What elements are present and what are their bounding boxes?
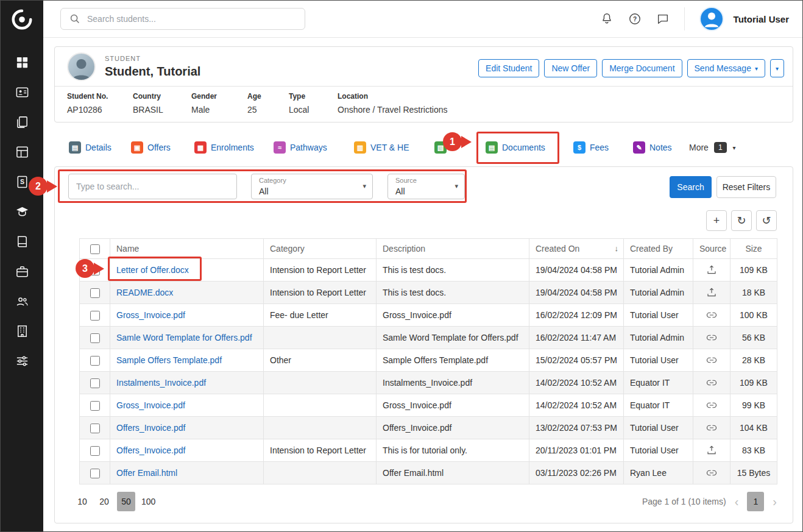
refresh-button[interactable]: ↻ xyxy=(731,210,752,231)
global-search[interactable] xyxy=(60,8,305,30)
help-icon[interactable]: ? xyxy=(628,12,642,26)
current-page[interactable]: 1 xyxy=(747,492,764,511)
tab-documents[interactable]: ▤Documents xyxy=(486,141,545,154)
merge-document-button[interactable]: Merge Document xyxy=(602,59,682,77)
building-icon[interactable] xyxy=(15,324,29,338)
contact-card-icon[interactable] xyxy=(15,85,29,99)
app-logo[interactable] xyxy=(1,1,43,38)
source-select[interactable]: Source All ▾ xyxy=(387,174,465,199)
svg-text:?: ? xyxy=(633,16,637,23)
document-link[interactable]: Offers_Invoice.pdf xyxy=(116,423,185,433)
new-offer-button[interactable]: New Offer xyxy=(544,59,597,77)
chevron-down-icon: ▾ xyxy=(455,182,458,190)
tab-pathways[interactable]: ≈Pathways xyxy=(274,141,327,154)
tab-offers[interactable]: ▣Offers xyxy=(131,141,171,154)
cell-created-by: Tutorial User xyxy=(624,439,693,462)
row-checkbox[interactable] xyxy=(90,288,100,298)
edit-student-button[interactable]: Edit Student xyxy=(478,59,539,77)
row-checkbox[interactable] xyxy=(90,333,100,343)
briefcase-icon[interactable] xyxy=(15,264,29,278)
send-message-button[interactable]: Send Message▾ xyxy=(687,59,765,77)
tab-details[interactable]: ▤Details xyxy=(69,141,111,154)
search-icon xyxy=(68,12,82,26)
document-link[interactable]: Offers_Invoice.pdf xyxy=(116,445,185,455)
row-checkbox[interactable] xyxy=(90,266,100,275)
dashboard-icon[interactable] xyxy=(15,55,29,69)
history-button[interactable]: ↺ xyxy=(756,210,777,231)
document-link[interactable]: Samle Word Template for Offers.pdf xyxy=(116,333,252,342)
row-checkbox[interactable] xyxy=(90,378,100,388)
search-students-input[interactable] xyxy=(87,14,297,24)
plus-icon: + xyxy=(713,215,720,227)
bell-icon[interactable] xyxy=(600,12,614,26)
chat-icon[interactable] xyxy=(656,12,670,26)
col-category[interactable]: Category xyxy=(264,239,377,259)
tab-enrolments[interactable]: ▦Enrolments xyxy=(194,141,254,154)
row-checkbox[interactable] xyxy=(90,469,100,478)
row-checkbox[interactable] xyxy=(90,424,100,433)
document-link[interactable]: Offer Email.html xyxy=(116,468,177,478)
link-icon xyxy=(706,422,717,432)
category-select[interactable]: Category All ▾ xyxy=(251,174,373,199)
col-created-on[interactable]: Created On↓ xyxy=(529,239,624,259)
add-document-button[interactable]: + xyxy=(706,210,727,231)
cell-size: 15 Bytes xyxy=(730,462,777,484)
student-file-icon[interactable]: S xyxy=(15,175,29,189)
col-name[interactable]: Name xyxy=(110,239,264,259)
page-summary: Page 1 of 1 (10 items) xyxy=(642,497,726,506)
tab-obscured[interactable]: ▧ xyxy=(434,141,451,154)
cell-category: Fee- due Letter xyxy=(264,304,377,327)
document-link[interactable]: Sample Offers Template.pdf xyxy=(116,355,222,365)
cell-created-by: Tutorial User xyxy=(624,349,693,372)
reset-filters-button[interactable]: Reset Filters xyxy=(716,176,776,198)
link-icon xyxy=(706,400,717,410)
people-icon[interactable] xyxy=(15,294,29,308)
cell-created-on: 19/04/2024 04:58 PM xyxy=(529,282,624,304)
page-size-50[interactable]: 50 xyxy=(117,492,135,511)
row-checkbox[interactable] xyxy=(90,446,100,456)
layout-icon[interactable] xyxy=(15,145,29,159)
document-link[interactable]: README.docx xyxy=(116,288,173,297)
tab-more[interactable]: More1▾ xyxy=(689,142,736,153)
graduation-cap-icon[interactable] xyxy=(15,205,29,219)
row-checkbox[interactable] xyxy=(90,356,100,366)
book-icon[interactable] xyxy=(15,235,29,249)
more-actions-button[interactable]: ▾ xyxy=(770,59,784,77)
field-location: Location Onshore / Travel Restrictions xyxy=(338,92,793,115)
col-size[interactable]: Size xyxy=(730,239,777,259)
page-size-100[interactable]: 100 xyxy=(139,492,158,511)
document-link[interactable]: Letter of Offer.docx xyxy=(116,265,189,275)
sort-desc-icon[interactable]: ↓ xyxy=(615,244,619,253)
page-size-10[interactable]: 10 xyxy=(73,492,91,511)
topbar: ? Tutorial User xyxy=(43,1,803,38)
documents-search-input[interactable] xyxy=(68,174,237,199)
row-checkbox[interactable] xyxy=(90,401,100,411)
user-name[interactable]: Tutorial User xyxy=(734,14,789,24)
tab-notes[interactable]: ✎Notes xyxy=(633,141,672,154)
student-photo[interactable] xyxy=(67,52,96,81)
search-button[interactable]: Search xyxy=(670,176,712,198)
tab-vet-he[interactable]: ▥VET & HE xyxy=(354,141,409,154)
col-source[interactable]: Source xyxy=(693,239,730,259)
cell-source xyxy=(693,259,730,282)
document-link[interactable]: Instalments_Invoice.pdf xyxy=(116,378,206,388)
prev-page-icon[interactable]: ‹ xyxy=(735,495,739,509)
row-checkbox[interactable] xyxy=(90,311,100,321)
cell-description: Gross_Invoice.pdf xyxy=(377,304,529,327)
documents-icon[interactable] xyxy=(15,115,29,129)
select-all-checkbox[interactable] xyxy=(90,244,100,254)
col-created-by[interactable]: Created By xyxy=(624,239,693,259)
document-link[interactable]: Gross_Invoice.pdf xyxy=(116,310,185,320)
sliders-icon[interactable] xyxy=(15,354,29,368)
vet-he-icon: ▥ xyxy=(354,141,366,154)
cell-created-on: 03/11/2023 02:26 PM xyxy=(529,462,624,484)
document-link[interactable]: Gross_Invoice.pdf xyxy=(116,400,185,410)
documents-table: Name Category Description Created On↓ Cr… xyxy=(79,238,777,484)
field-type: Type Local xyxy=(289,92,338,115)
tab-fees[interactable]: $Fees xyxy=(573,141,609,154)
page-size-20[interactable]: 20 xyxy=(95,492,113,511)
user-avatar[interactable] xyxy=(699,7,724,31)
col-description[interactable]: Description xyxy=(377,239,529,259)
next-page-icon[interactable]: › xyxy=(773,495,777,509)
link-icon xyxy=(706,467,717,477)
